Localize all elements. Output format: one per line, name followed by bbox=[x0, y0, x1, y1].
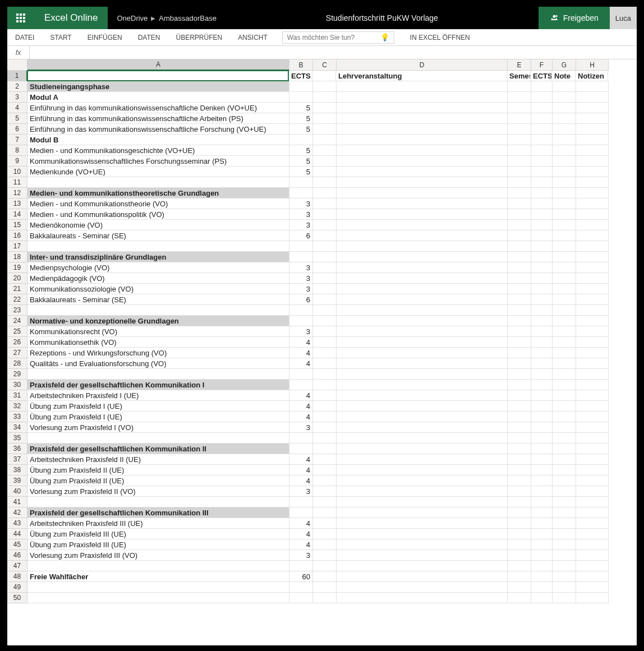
cell-C45[interactable] bbox=[313, 539, 337, 550]
cell-F11[interactable] bbox=[531, 177, 553, 188]
cell-F8[interactable] bbox=[531, 145, 553, 156]
cell-C23[interactable] bbox=[313, 305, 337, 316]
cell-D34[interactable] bbox=[337, 422, 508, 433]
cell-G17[interactable] bbox=[553, 241, 576, 252]
cell-A15[interactable]: Medienökonomie (VO) bbox=[27, 220, 289, 230]
row-header-9[interactable]: 9 bbox=[7, 156, 27, 167]
column-header-D[interactable]: D bbox=[337, 59, 508, 71]
row-header-20[interactable]: 20 bbox=[7, 273, 27, 284]
cell-C5[interactable] bbox=[313, 113, 337, 124]
cell-C4[interactable] bbox=[313, 103, 337, 113]
tab-ansicht[interactable]: ANSICHT bbox=[230, 29, 275, 46]
cell-F30[interactable] bbox=[531, 380, 553, 390]
cell-A34[interactable]: Vorlesung zum Praxisfeld I (VO) bbox=[27, 422, 289, 433]
cell-E43[interactable] bbox=[508, 518, 531, 529]
cell-G45[interactable] bbox=[553, 539, 576, 550]
row-header-28[interactable]: 28 bbox=[7, 358, 27, 369]
cell-H32[interactable] bbox=[576, 401, 609, 412]
cell-D23[interactable] bbox=[337, 305, 508, 316]
cell-A41[interactable] bbox=[27, 497, 289, 507]
cell-F15[interactable] bbox=[531, 220, 553, 230]
cell-E31[interactable] bbox=[508, 390, 531, 401]
cell-B5[interactable]: 5 bbox=[289, 113, 313, 124]
cell-G50[interactable] bbox=[553, 593, 576, 603]
cell-A11[interactable] bbox=[27, 177, 289, 188]
cell-D21[interactable] bbox=[337, 284, 508, 294]
cell-A33[interactable]: Übung zum Praxisfeld I (UE) bbox=[27, 412, 289, 422]
row-header-49[interactable]: 49 bbox=[7, 582, 27, 593]
cell-B33[interactable]: 4 bbox=[289, 412, 313, 422]
cell-H41[interactable] bbox=[576, 497, 609, 507]
cell-D12[interactable] bbox=[337, 188, 508, 198]
cell-G8[interactable] bbox=[553, 145, 576, 156]
cell-H45[interactable] bbox=[576, 539, 609, 550]
cell-E46[interactable] bbox=[508, 550, 531, 561]
cell-G28[interactable] bbox=[553, 358, 576, 369]
cell-G13[interactable] bbox=[553, 198, 576, 209]
cell-F46[interactable] bbox=[531, 550, 553, 561]
cell-B13[interactable]: 3 bbox=[289, 198, 313, 209]
cell-H46[interactable] bbox=[576, 550, 609, 561]
cell-C26[interactable] bbox=[313, 337, 337, 348]
cell-F20[interactable] bbox=[531, 273, 553, 284]
cell-B40[interactable]: 3 bbox=[289, 486, 313, 497]
cell-F5[interactable] bbox=[531, 113, 553, 124]
cell-C21[interactable] bbox=[313, 284, 337, 294]
cell-G15[interactable] bbox=[553, 220, 576, 230]
column-header-A[interactable]: A bbox=[27, 59, 289, 71]
cell-A19[interactable]: Medienpsychologie (VO) bbox=[27, 262, 289, 273]
cell-A46[interactable]: Vorlesung zum Praxisfeld III (VO) bbox=[27, 550, 289, 561]
cell-G37[interactable] bbox=[553, 454, 576, 465]
cell-A3[interactable]: Modul A bbox=[27, 92, 289, 103]
cell-G12[interactable] bbox=[553, 188, 576, 198]
cell-B23[interactable] bbox=[289, 305, 313, 316]
cell-D10[interactable] bbox=[337, 167, 508, 177]
row-header-50[interactable]: 50 bbox=[7, 593, 27, 603]
row-header-2[interactable]: 2 bbox=[7, 81, 27, 92]
cell-E30[interactable] bbox=[508, 380, 531, 390]
cell-C3[interactable] bbox=[313, 92, 337, 103]
cell-G46[interactable] bbox=[553, 550, 576, 561]
cell-B14[interactable]: 3 bbox=[289, 209, 313, 220]
cell-A20[interactable]: Medienpädagogik (VO) bbox=[27, 273, 289, 284]
cell-B4[interactable]: 5 bbox=[289, 103, 313, 113]
cell-B31[interactable]: 4 bbox=[289, 390, 313, 401]
cell-C18[interactable] bbox=[313, 252, 337, 262]
row-header-48[interactable]: 48 bbox=[7, 571, 27, 582]
cell-E4[interactable] bbox=[508, 103, 531, 113]
row-header-12[interactable]: 12 bbox=[7, 188, 27, 198]
cell-G31[interactable] bbox=[553, 390, 576, 401]
cell-F25[interactable] bbox=[531, 326, 553, 337]
cell-G39[interactable] bbox=[553, 475, 576, 486]
cell-D50[interactable] bbox=[337, 593, 508, 603]
cell-D9[interactable] bbox=[337, 156, 508, 167]
cell-A50[interactable] bbox=[27, 593, 289, 603]
cell-C49[interactable] bbox=[313, 582, 337, 593]
cell-H7[interactable] bbox=[576, 135, 609, 145]
cell-G40[interactable] bbox=[553, 486, 576, 497]
cell-G49[interactable] bbox=[553, 582, 576, 593]
cell-C28[interactable] bbox=[313, 358, 337, 369]
cell-H36[interactable] bbox=[576, 444, 609, 454]
cell-D7[interactable] bbox=[337, 135, 508, 145]
cell-E24[interactable] bbox=[508, 316, 531, 326]
row-header-3[interactable]: 3 bbox=[7, 92, 27, 103]
breadcrumb-location[interactable]: OneDrive bbox=[117, 14, 148, 22]
cell-D6[interactable] bbox=[337, 124, 508, 135]
cell-E38[interactable] bbox=[508, 465, 531, 475]
cell-A23[interactable] bbox=[27, 305, 289, 316]
cell-F49[interactable] bbox=[531, 582, 553, 593]
cell-E35[interactable] bbox=[508, 433, 531, 444]
cell-C22[interactable] bbox=[313, 294, 337, 305]
cell-H16[interactable] bbox=[576, 230, 609, 241]
cell-B8[interactable]: 5 bbox=[289, 145, 313, 156]
cell-D32[interactable] bbox=[337, 401, 508, 412]
cell-C25[interactable] bbox=[313, 326, 337, 337]
cell-F9[interactable] bbox=[531, 156, 553, 167]
cell-C8[interactable] bbox=[313, 145, 337, 156]
cell-H11[interactable] bbox=[576, 177, 609, 188]
row-header-38[interactable]: 38 bbox=[7, 465, 27, 475]
cell-G18[interactable] bbox=[553, 252, 576, 262]
row-header-37[interactable]: 37 bbox=[7, 454, 27, 465]
cell-H10[interactable] bbox=[576, 167, 609, 177]
